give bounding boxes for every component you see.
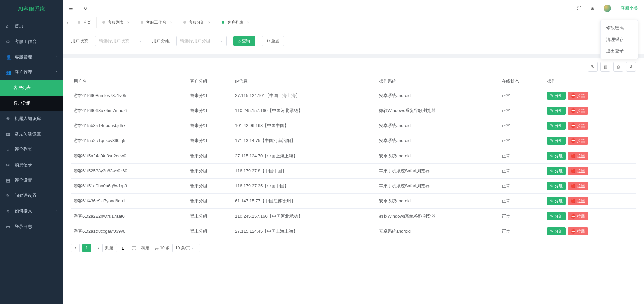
cell-os: 苹果手机系统Safari浏览器 [376, 179, 499, 194]
sidebar-item-faq[interactable]: ▦常见问题设置 [0, 126, 63, 142]
refresh-icon[interactable]: ↻ [84, 6, 87, 11]
cell-os: 安卓系统android [376, 88, 499, 103]
page-next-icon[interactable]: › [94, 244, 103, 252]
collapse-sidebar-icon[interactable]: ☰ [69, 6, 73, 11]
block-icon: ⛔ [571, 169, 576, 173]
block-button[interactable]: ⛔拉黑 [568, 212, 588, 220]
dropdown-change-password[interactable]: 修改密码 [601, 22, 638, 34]
sidebar-item-reviews[interactable]: ☆评价列表 [0, 142, 63, 157]
tab-agent-list[interactable]: 客服列表✕ [97, 17, 135, 28]
sidebar-item-label: 客户管理 [15, 69, 32, 75]
username[interactable]: 客服小美 [621, 5, 638, 11]
cell-ip: 171.13.14.75【中国河南洛阳】 [232, 133, 376, 148]
sidebar-item-robot-kb[interactable]: ☸机器人知识库 [0, 111, 63, 126]
group-button[interactable]: ✎分组 [547, 182, 566, 190]
cell-os: 安卓系统android [376, 118, 499, 133]
block-button[interactable]: ⛔拉黑 [568, 182, 588, 190]
sidebar-item-integration[interactable]: ↯如何接入˅ [0, 203, 63, 219]
sidebar-item-review-settings[interactable]: ▤评价设置 [0, 173, 63, 188]
filter-status-select[interactable]: 请选择用户状态 ▾ [95, 36, 145, 46]
group-button[interactable]: ✎分组 [547, 122, 566, 130]
language-icon[interactable]: ⊕ [591, 6, 594, 11]
sidebar-item-customer-list[interactable]: 客户列表 [0, 80, 63, 96]
close-icon[interactable]: ✕ [208, 21, 211, 24]
sidebar-item-login-log[interactable]: ▭登录日志 [0, 219, 63, 234]
tab-dot-icon [78, 21, 80, 24]
content: ↻ ▥ ⎙ ⇩ 用户名客户分组IP信息操作系统在线状态操作 游客61f69085… [63, 58, 644, 260]
group-button[interactable]: ✎分组 [547, 137, 566, 145]
sidebar-item-agent-mgmt[interactable]: 👤客服管理˅ [0, 49, 63, 65]
fullscreen-icon[interactable]: ⛶ [577, 6, 581, 11]
refresh-table-icon[interactable]: ↻ [588, 62, 598, 72]
filter-group-label: 用户分组 [152, 38, 170, 44]
close-icon[interactable]: ✕ [170, 21, 172, 24]
total-text: 共 10 条 [155, 245, 170, 251]
page-number[interactable]: 1 [82, 244, 91, 252]
group-button[interactable]: ✎分组 [547, 197, 566, 205]
block-button[interactable]: ⛔拉黑 [568, 92, 588, 100]
table-row: 游客61f69085mlos78z1v05暂未分组27.115.124.101【… [71, 88, 636, 103]
close-icon[interactable]: ✕ [127, 21, 130, 24]
block-button[interactable]: ⛔拉黑 [568, 152, 588, 160]
page-size-select[interactable]: 10 条/页 ▾ [172, 244, 200, 252]
tab-home[interactable]: 首页 [72, 17, 97, 28]
page-prev-icon[interactable]: ‹ [71, 244, 80, 252]
dropdown-clear-cache[interactable]: 清理缓存 [601, 34, 638, 45]
block-button[interactable]: ⛔拉黑 [568, 167, 588, 175]
goto-confirm-button[interactable]: 确定 [139, 244, 152, 252]
filter-status-label: 用户状态 [71, 38, 88, 44]
query-button[interactable]: ⌕ 查询 [233, 36, 255, 46]
sidebar-item-label: 如何接入 [15, 208, 32, 214]
block-button[interactable]: ⛔拉黑 [568, 107, 588, 115]
export-icon[interactable]: ⇩ [626, 62, 636, 72]
sidebar-item-home[interactable]: ⌂首页 [0, 18, 63, 34]
block-button[interactable]: ⛔拉黑 [568, 227, 588, 235]
group-button[interactable]: ✎分组 [547, 212, 566, 220]
sidebar-item-customer-mgmt[interactable]: 👥客户管理˄ [0, 65, 63, 80]
sidebar-item-label: 评价设置 [15, 177, 32, 183]
block-button[interactable]: ⛔拉黑 [568, 197, 588, 205]
chevron-up-icon: ˄ [55, 71, 57, 74]
table-row: 游客61f52538y3u83wc0z60暂未分组116.179.37.8【中国… [71, 164, 636, 179]
sidebar-item-messages[interactable]: ✉消息记录 [0, 157, 63, 173]
column-settings-icon[interactable]: ▥ [600, 62, 610, 72]
group-button[interactable]: ✎分组 [547, 152, 566, 160]
group-button[interactable]: ✎分组 [547, 167, 566, 175]
tabs-scroll-left-icon[interactable]: ‹ [63, 17, 72, 28]
integration-icon: ↯ [6, 209, 11, 214]
sidebar-item-label: 评价列表 [15, 146, 32, 153]
tab-customer-list[interactable]: 客户列表✕ [216, 17, 255, 28]
block-button[interactable]: ⛔拉黑 [568, 122, 588, 130]
page-label: 页 [132, 245, 136, 251]
brand-logo: AI客服系统 [0, 0, 63, 18]
cell-os: 微软Windows系统谷歌浏览器 [376, 103, 499, 118]
goto-input[interactable] [116, 244, 129, 252]
main: ☰ ↻ ⛶ ⊕ 客服小美 修改密码 清理缓存 退出登录 ‹ 首页客服列表✕客服工… [63, 0, 644, 304]
print-icon[interactable]: ⎙ [613, 62, 623, 72]
group-button[interactable]: ✎分组 [547, 227, 566, 235]
caret-down-icon: ▾ [140, 39, 142, 43]
cell-status: 正常 [499, 88, 544, 103]
reset-button[interactable]: ↻ 重置 [262, 36, 284, 46]
sidebar-item-workbench[interactable]: ⚙客服工作台 [0, 34, 63, 49]
group-button[interactable]: ✎分组 [547, 107, 566, 115]
sidebar-item-greeting[interactable]: ✎问候语设置 [0, 188, 63, 203]
home-icon: ⌂ [6, 24, 11, 29]
cell-username: 游客61f69068u74im7mudj6 [71, 103, 187, 118]
cell-group: 暂未分组 [187, 179, 232, 194]
group-button[interactable]: ✎分组 [547, 92, 566, 100]
tab-workbench[interactable]: 客服工作台✕ [135, 17, 178, 28]
search-icon: ⌕ [238, 39, 241, 43]
close-icon[interactable]: ✕ [247, 21, 249, 24]
filter-group-select[interactable]: 请选择用户分组 ▾ [176, 36, 227, 46]
block-button[interactable]: ⛔拉黑 [568, 137, 588, 145]
tab-agent-group[interactable]: 客服分组✕ [178, 17, 216, 28]
avatar[interactable] [604, 5, 611, 12]
sidebar-item-customer-group[interactable]: 客户分组 [0, 96, 63, 111]
dropdown-logout[interactable]: 退出登录 [601, 45, 638, 57]
tab-label: 客服分组 [189, 20, 205, 25]
cell-group: 暂未分组 [187, 194, 232, 209]
cell-ip: 116.179.37.8【中国中国】 [232, 164, 376, 179]
column-header: 用户名 [71, 75, 187, 88]
cell-username: 游客61f5b8514ubdhsbjd57 [71, 118, 187, 133]
